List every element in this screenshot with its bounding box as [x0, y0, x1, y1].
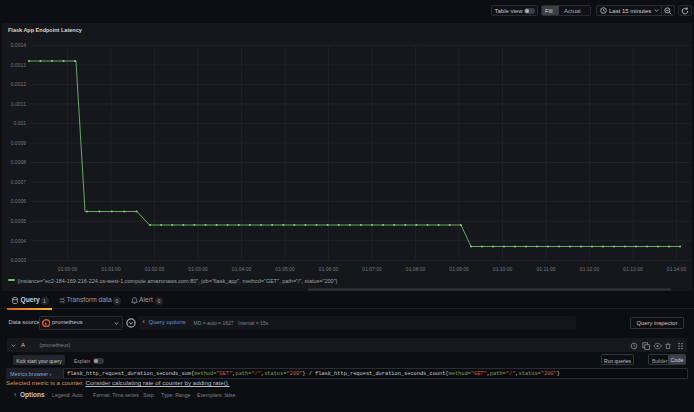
- svg-text:01:07:00: 01:07:00: [362, 266, 382, 272]
- svg-text:0.0008: 0.0008: [11, 159, 27, 165]
- svg-text:0.0005: 0.0005: [11, 218, 27, 224]
- svg-text:0.0006: 0.0006: [11, 198, 27, 204]
- svg-text:01:09:00: 01:09:00: [449, 266, 469, 272]
- svg-text:01:06:00: 01:06:00: [319, 266, 339, 272]
- svg-text:01:14:00: 01:14:00: [667, 266, 687, 272]
- svg-text:0.0003: 0.0003: [11, 257, 27, 263]
- svg-text:0.0012: 0.0012: [11, 81, 27, 87]
- svg-text:0.001: 0.001: [13, 120, 26, 126]
- svg-text:0.0014: 0.0014: [11, 42, 27, 48]
- svg-text:01:05:00: 01:05:00: [275, 266, 295, 272]
- svg-text:0.0011: 0.0011: [11, 101, 26, 107]
- svg-text:01:11:00: 01:11:00: [537, 266, 556, 272]
- svg-text:0.0007: 0.0007: [11, 179, 27, 185]
- svg-text:01:01:00: 01:01:00: [101, 266, 121, 272]
- svg-text:01:13:00: 01:13:00: [623, 266, 643, 272]
- svg-text:01:08:00: 01:08:00: [406, 266, 426, 272]
- svg-text:0.0009: 0.0009: [11, 140, 27, 146]
- svg-text:01:10:00: 01:10:00: [493, 266, 513, 272]
- svg-text:01:03:00: 01:03:00: [188, 266, 208, 272]
- svg-text:01:12:00: 01:12:00: [580, 266, 600, 272]
- svg-text:01:04:00: 01:04:00: [232, 266, 252, 272]
- svg-text:0.0004: 0.0004: [11, 238, 27, 244]
- svg-text:0.0013: 0.0013: [11, 62, 27, 68]
- svg-text:01:02:00: 01:02:00: [145, 266, 165, 272]
- svg-text:{instance="ec2-184-169-216-224: {instance="ec2-184-169-216-224.us-west-1…: [18, 278, 338, 284]
- svg-text:01:00:00: 01:00:00: [58, 266, 78, 272]
